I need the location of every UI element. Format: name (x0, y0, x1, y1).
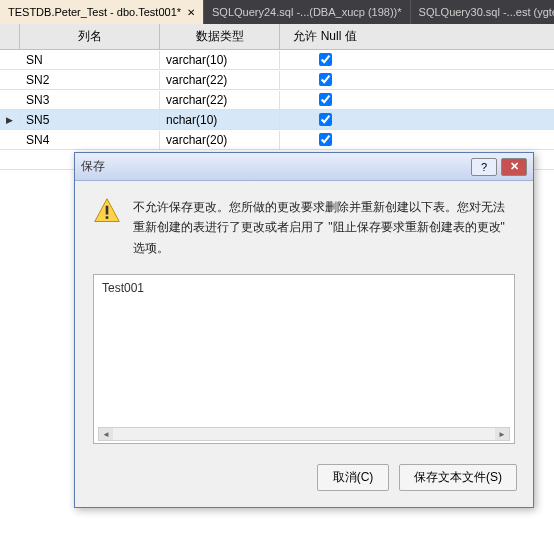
tab-label: TESTDB.Peter_Test - dbo.Test001* (8, 6, 181, 18)
svg-rect-2 (106, 216, 109, 219)
cancel-button[interactable]: 取消(C) (317, 464, 389, 491)
allow-null-checkbox[interactable] (319, 133, 332, 146)
data-type-cell[interactable]: varchar(10) (160, 51, 280, 69)
tab-bar: TESTDB.Peter_Test - dbo.Test001*✕SQLQuer… (0, 0, 554, 24)
table-row[interactable]: SN4varchar(20) (0, 130, 554, 150)
column-name-cell[interactable]: SN4 (20, 131, 160, 149)
allow-null-cell[interactable] (280, 51, 370, 68)
save-text-file-button[interactable]: 保存文本文件(S) (399, 464, 517, 491)
column-name-cell[interactable]: SN (20, 51, 160, 69)
scroll-left-icon[interactable]: ◄ (99, 428, 113, 440)
selector-header (0, 24, 20, 49)
data-type-cell[interactable]: varchar(20) (160, 131, 280, 149)
allow-null-checkbox[interactable] (319, 53, 332, 66)
horizontal-scrollbar[interactable]: ◄ ► (98, 427, 510, 441)
allow-null-checkbox[interactable] (319, 113, 332, 126)
tab[interactable]: TESTDB.Peter_Test - dbo.Test001*✕ (0, 0, 204, 24)
allow-null-cell[interactable] (280, 91, 370, 108)
data-type-header: 数据类型 (160, 24, 280, 49)
dialog-titlebar[interactable]: 保存 ? ✕ (75, 153, 533, 181)
table-designer-grid: 列名 数据类型 允许 Null 值 SNvarchar(10)SN2varcha… (0, 24, 554, 170)
allow-null-cell[interactable] (280, 131, 370, 148)
row-pointer-icon: ▶ (6, 115, 13, 125)
table-listbox[interactable]: Test001 ◄ ► (93, 274, 515, 444)
allow-null-checkbox[interactable] (319, 73, 332, 86)
save-dialog: 保存 ? ✕ 不允许保存更改。您所做的更改要求删除并重新创建以下表。您对无法重新… (74, 152, 534, 508)
close-icon[interactable]: ✕ (501, 158, 527, 176)
dialog-message: 不允许保存更改。您所做的更改要求删除并重新创建以下表。您对无法重新创建的表进行了… (133, 197, 515, 258)
table-row[interactable]: ▶SN5nchar(10) (0, 110, 554, 130)
warning-icon (93, 197, 121, 228)
tab-label: SQLQuery30.sql -...est (ygtest (2 (419, 6, 554, 18)
dialog-body: 不允许保存更改。您所做的更改要求删除并重新创建以下表。您对无法重新创建的表进行了… (75, 181, 533, 452)
allow-null-cell[interactable] (280, 71, 370, 88)
data-type-cell[interactable]: varchar(22) (160, 91, 280, 109)
table-row[interactable]: SN3varchar(22) (0, 90, 554, 110)
allow-null-header: 允许 Null 值 (280, 24, 370, 49)
svg-rect-1 (106, 206, 109, 215)
tab[interactable]: SQLQuery30.sql -...est (ygtest (2 (411, 0, 554, 24)
dialog-footer: 取消(C) 保存文本文件(S) (75, 452, 533, 507)
dialog-title: 保存 (81, 158, 467, 175)
table-row[interactable]: SNvarchar(10) (0, 50, 554, 70)
close-icon[interactable]: ✕ (187, 7, 195, 18)
grid-body: SNvarchar(10)SN2varchar(22)SN3varchar(22… (0, 50, 554, 150)
help-icon[interactable]: ? (471, 158, 497, 176)
data-type-cell[interactable]: varchar(22) (160, 71, 280, 89)
allow-null-checkbox[interactable] (319, 93, 332, 106)
data-type-cell[interactable]: nchar(10) (160, 111, 280, 129)
allow-null-cell[interactable] (280, 111, 370, 128)
grid-header: 列名 数据类型 允许 Null 值 (0, 24, 554, 50)
list-item[interactable]: Test001 (102, 281, 506, 295)
column-name-cell[interactable]: SN2 (20, 71, 160, 89)
scroll-right-icon[interactable]: ► (495, 428, 509, 440)
tab[interactable]: SQLQuery24.sql -...(DBA_xucp (198))* (204, 0, 411, 24)
column-name-cell[interactable]: SN5 (20, 111, 160, 129)
column-name-header: 列名 (20, 24, 160, 49)
table-row[interactable]: SN2varchar(22) (0, 70, 554, 90)
column-name-cell[interactable]: SN3 (20, 91, 160, 109)
tab-label: SQLQuery24.sql -...(DBA_xucp (198))* (212, 6, 402, 18)
row-selector[interactable]: ▶ (0, 115, 20, 125)
